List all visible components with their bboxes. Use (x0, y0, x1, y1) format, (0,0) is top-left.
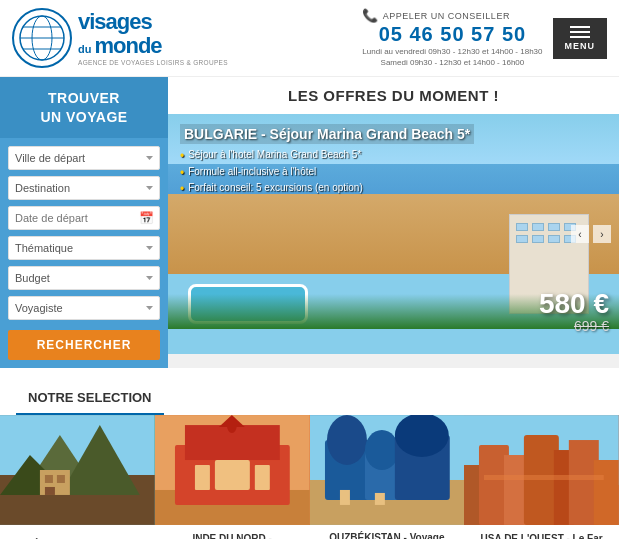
svg-rect-13 (45, 487, 55, 495)
destination-card-peru[interactable]: PÉROU - Terres Incas 2720 € (0, 415, 155, 539)
logo-monde: monde (94, 33, 161, 59)
menu-line (570, 36, 590, 38)
offer-overlay: BULGARIE - Séjour Marina Grand Beach 5* … (168, 114, 619, 207)
offer-bullet-3: • Forfait conseil: 5 excursions (en opti… (180, 181, 607, 197)
usa-name: USA DE L'OUEST - Le Far West (464, 525, 619, 539)
offer-price: 580 € (539, 290, 609, 318)
search-button[interactable]: RECHERCHER (8, 330, 160, 360)
offer-bullet-2: • Formule all-inclusive à l'hôtel (180, 165, 607, 181)
logo-subtitle: AGENCE DE VOYAGES LOISIRS & GROUPES (78, 59, 228, 66)
header: visages du monde AGENCE DE VOYAGES LOISI… (0, 0, 619, 77)
hotel-window (516, 223, 528, 231)
selection-section: NOTRE SELECTION PÉROU - Terres Incas 272… (0, 368, 619, 539)
destination-card-usa[interactable]: USA DE L'OUEST - Le Far West 2980 € (464, 415, 619, 539)
logo-circle (12, 8, 72, 68)
svg-point-28 (364, 430, 398, 470)
phone-block: 📞 APPELER UN CONSEILLER 05 46 50 57 50 L… (362, 8, 542, 68)
sidebar-form: Ville de départ Destination 📅 Thématique… (0, 138, 168, 368)
offer-title: BULGARIE - Séjour Marina Grand Beach 5* (180, 124, 474, 144)
phone-number[interactable]: 05 46 50 57 50 (362, 23, 542, 46)
offer-price-block: 580 € 699 € (539, 290, 609, 334)
hotel-window (548, 235, 560, 243)
destination-card-inde[interactable]: INDE DU NORD - "Immanquable" Inde 999 € (155, 415, 310, 539)
svg-rect-42 (484, 475, 604, 480)
inde-image (155, 415, 310, 525)
hotel-window (548, 223, 560, 231)
offers-section: LES OFFRES DU MOMENT ! (168, 77, 619, 367)
next-arrow[interactable]: › (593, 225, 611, 243)
phone-icon: 📞 (362, 8, 379, 23)
svg-point-26 (326, 415, 366, 465)
main-content: TROUVER UN VOYAGE Ville de départ Destin… (0, 77, 619, 367)
nav-arrows: ‹ › (571, 225, 611, 243)
logo-visages: visages (78, 9, 152, 34)
call-label: 📞 APPELER UN CONSEILLER (362, 8, 542, 23)
offer-image: BULGARIE - Séjour Marina Grand Beach 5* … (168, 114, 619, 354)
sidebar-title: TROUVER UN VOYAGE (0, 77, 168, 137)
svg-rect-32 (374, 493, 384, 505)
usa-image (464, 415, 619, 525)
phone-hours-2: Samedi 09h30 - 12h30 et 14h00 - 16h00 (362, 57, 542, 68)
menu-label: MENU (565, 41, 596, 51)
budget-select[interactable]: Budget (8, 266, 160, 290)
hotel-window (532, 235, 544, 243)
selection-title: NOTRE SELECTION (16, 390, 164, 415)
svg-rect-20 (215, 460, 250, 490)
svg-rect-31 (339, 490, 349, 505)
offer-bullet-1: • Séjour à l'hotel Marina Grand Beach 5* (180, 148, 607, 164)
sidebar: TROUVER UN VOYAGE Ville de départ Destin… (0, 77, 168, 367)
logo: visages du monde AGENCE DE VOYAGES LOISI… (12, 8, 228, 68)
bullet-icon: • (180, 166, 184, 180)
svg-rect-19 (195, 465, 210, 490)
date-input-wrap: 📅 (8, 206, 160, 230)
menu-line (570, 31, 590, 33)
ville-depart-select[interactable]: Ville de départ (8, 146, 160, 170)
logo-globe-icon (17, 13, 67, 63)
menu-button[interactable]: MENU (553, 18, 608, 59)
thematique-select[interactable]: Thématique (8, 236, 160, 260)
svg-rect-10 (40, 470, 70, 495)
offers-title: LES OFFRES DU MOMENT ! (168, 77, 619, 114)
menu-line (570, 26, 590, 28)
bullet-icon: • (180, 149, 184, 163)
phone-hours-1: Lundi au vendredi 09h30 - 12h30 et 14h00… (362, 46, 542, 57)
header-right: 📞 APPELER UN CONSEILLER 05 46 50 57 50 L… (362, 8, 607, 68)
destination-select[interactable]: Destination (8, 176, 160, 200)
peru-scene-svg (0, 415, 155, 525)
inde-scene-svg (155, 415, 310, 525)
peru-name: PÉROU - Terres Incas (0, 525, 155, 539)
hotel-window (516, 235, 528, 243)
svg-rect-12 (57, 475, 65, 483)
svg-rect-41 (594, 460, 619, 525)
svg-rect-11 (45, 475, 53, 483)
ouz-name: OUZBÉKISTAN - Voyage "Collection" sur la… (310, 525, 465, 539)
ouz-scene-svg (310, 415, 465, 525)
prev-arrow[interactable]: ‹ (571, 225, 589, 243)
bullet-icon: • (180, 182, 184, 196)
selection-grid: PÉROU - Terres Incas 2720 € INDE DU NORD… (0, 415, 619, 539)
svg-rect-38 (524, 435, 559, 525)
inde-name: INDE DU NORD - "Immanquable" Inde (155, 525, 310, 539)
logo-text: visages du monde AGENCE DE VOYAGES LOISI… (78, 11, 228, 66)
peru-image (0, 415, 155, 525)
offer-bullets: • Séjour à l'hotel Marina Grand Beach 5*… (180, 148, 607, 197)
offer-card: BULGARIE - Séjour Marina Grand Beach 5* … (168, 114, 619, 367)
hotel-window (532, 223, 544, 231)
voyagiste-select[interactable]: Voyagiste (8, 296, 160, 320)
ouz-image (310, 415, 465, 525)
calendar-icon: 📅 (139, 211, 154, 225)
selection-header: NOTRE SELECTION (0, 380, 619, 415)
logo-du: du (78, 43, 91, 55)
offer-old-price: 699 € (539, 318, 609, 334)
svg-rect-21 (255, 465, 270, 490)
svg-point-30 (394, 415, 448, 457)
date-depart-input[interactable] (8, 206, 160, 230)
svg-point-22 (227, 417, 237, 433)
destination-card-ouz[interactable]: OUZBÉKISTAN - Voyage "Collection" sur la… (310, 415, 465, 539)
usa-scene-svg (464, 415, 619, 525)
